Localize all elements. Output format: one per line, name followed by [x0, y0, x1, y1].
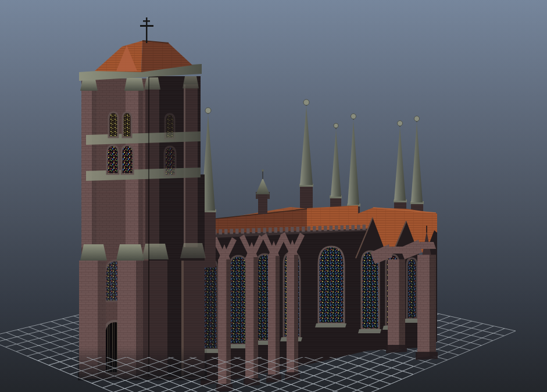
stained-glass-window — [358, 251, 381, 333]
stained-glass-window — [165, 114, 174, 138]
crenellation-tooth — [285, 227, 289, 232]
stained-glass-window — [107, 145, 119, 174]
buttress-cap — [144, 77, 160, 90]
buttress-shade — [138, 87, 143, 247]
cross-bar-upper — [143, 20, 150, 22]
spire-finial-ball — [398, 121, 403, 126]
crenellation-tooth — [280, 227, 283, 233]
spire-finial-ball — [414, 116, 420, 122]
buttress-cap — [124, 78, 144, 91]
window-glass — [109, 112, 118, 137]
stained-glass-window — [315, 247, 346, 327]
bell-tower — [78, 17, 207, 380]
pier-foot — [386, 345, 407, 353]
buttress — [184, 84, 198, 247]
crenellation-tooth — [230, 229, 234, 234]
stained-glass-window — [121, 145, 133, 174]
buttress-cap — [80, 244, 107, 261]
buttress-cap — [80, 79, 98, 91]
crenellation-tooth — [235, 229, 239, 234]
window-sill — [358, 329, 381, 333]
crenellation-tooth — [341, 225, 344, 230]
crenellation-tooth — [224, 229, 228, 234]
window-glass — [121, 145, 133, 174]
crenellation-tooth — [352, 225, 355, 230]
buttress — [145, 86, 159, 247]
window-sill — [315, 323, 346, 327]
lantern-body — [258, 192, 267, 214]
window-glass — [165, 114, 174, 138]
cross-bar-lower — [140, 25, 153, 27]
lantern-mast — [262, 171, 263, 179]
crenellation-tooth — [330, 226, 333, 231]
pier-shade — [294, 255, 298, 377]
window-glass — [203, 259, 217, 349]
window-glass — [107, 145, 119, 174]
viewport[interactable] — [0, 0, 547, 392]
crenellation-tooth — [246, 229, 250, 234]
crenellation-tooth — [269, 227, 272, 233]
lantern-finial — [262, 169, 264, 172]
stained-glass-window — [109, 112, 118, 137]
crenellation-tooth — [291, 227, 294, 232]
crenellation-tooth — [324, 226, 327, 231]
crenellation-tooth — [346, 225, 349, 230]
crenellation-tooth — [319, 226, 322, 231]
crenellation-tooth — [241, 229, 245, 234]
spire-finial-ball — [351, 114, 356, 119]
spire-finial-ball — [334, 123, 338, 128]
buttress-edge — [184, 84, 185, 247]
spire-finial-ball — [303, 99, 309, 105]
crenellation-tooth — [308, 226, 311, 231]
crenellation-tooth — [274, 227, 278, 233]
crenellation-tooth — [296, 227, 300, 232]
buttress-cap — [180, 243, 206, 258]
crenellation-tooth — [357, 225, 360, 230]
pier-shade — [276, 256, 280, 379]
crenellation-tooth — [263, 228, 267, 233]
pinnacle-finial — [426, 226, 427, 233]
viewport-canvas[interactable] — [0, 0, 547, 392]
pier-shade — [430, 255, 436, 357]
crenellation-tooth — [219, 229, 223, 234]
stained-glass-window — [165, 147, 176, 176]
buttress-cap — [142, 244, 169, 259]
window-glass — [165, 147, 176, 176]
crenellation-tooth — [258, 228, 261, 233]
buttress-shade — [92, 87, 96, 247]
pier-cap — [417, 242, 436, 249]
crenellation-tooth — [363, 224, 366, 230]
buttress-cap — [116, 244, 144, 261]
stained-glass-window — [123, 112, 131, 137]
crenellation-tooth — [252, 228, 256, 233]
window-glass — [407, 258, 417, 319]
crenellation-tooth — [335, 226, 338, 231]
window-glass — [319, 247, 344, 323]
crenellation-tooth — [313, 226, 316, 231]
window-glass — [230, 256, 247, 344]
window-sill — [403, 319, 419, 323]
pier-foot — [416, 352, 438, 360]
pier-shade — [399, 259, 406, 350]
spire-finial-ball — [205, 108, 211, 113]
buttress-cap — [183, 76, 199, 88]
window-glass — [123, 112, 131, 137]
crenellation-tooth — [302, 227, 305, 232]
